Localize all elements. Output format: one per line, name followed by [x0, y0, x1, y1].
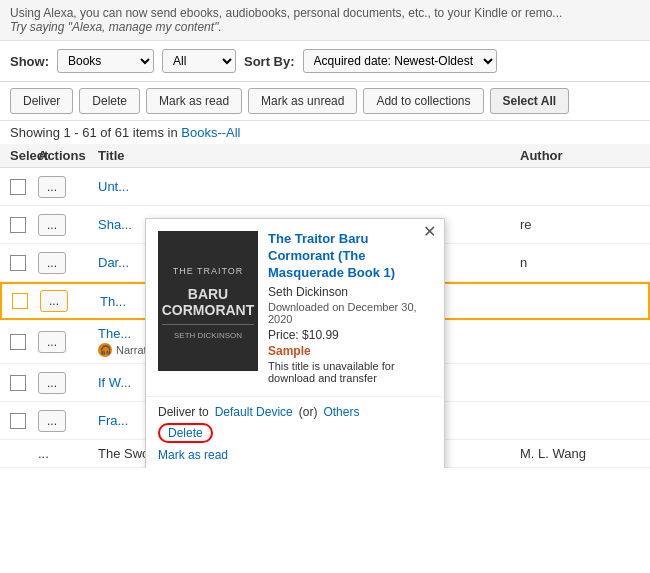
type-select[interactable]: Books Audiobooks Docs [57, 49, 154, 73]
cover-subtitle: CORMORANT [162, 302, 255, 318]
actions-button[interactable]: ... [38, 446, 98, 461]
alexa-suggestion: Try saying "Alexa, manage my content". [10, 20, 222, 34]
cover-main-title: BARU [162, 286, 255, 302]
popup-sample: Sample [268, 344, 432, 358]
book-cover: THE TRAITOR BARU CORMORANT SETH DICKINSO… [158, 231, 258, 371]
header-author: Author [520, 148, 640, 163]
header-title: Title [98, 148, 520, 163]
author-cell: n [520, 255, 640, 270]
select-all-button[interactable]: Select All [490, 88, 570, 114]
filter-row: Show: Books Audiobooks Docs All Unread R… [0, 41, 650, 82]
popup-content: THE TRAITOR BARU CORMORANT SETH DICKINSO… [146, 219, 444, 396]
others-link[interactable]: Others [323, 405, 359, 419]
top-bar: Using Alexa, you can now send ebooks, au… [0, 0, 650, 41]
sort-label: Sort By: [244, 54, 295, 69]
delete-button[interactable]: Delete [79, 88, 140, 114]
table-row: ... Unt... [0, 168, 650, 206]
actions-button[interactable]: ... [38, 372, 66, 394]
row-checkbox[interactable] [10, 179, 26, 195]
show-label: Show: [10, 54, 49, 69]
header-actions: Actions [38, 148, 98, 163]
popup-unavailable: This title is unavailable for download a… [268, 360, 432, 384]
row-checkbox[interactable] [10, 217, 26, 233]
sort-select[interactable]: Acquired date: Newest-Oldest Acquired da… [303, 49, 497, 73]
header-select: Select [10, 148, 38, 163]
delete-link[interactable]: Delete [158, 423, 213, 443]
filter-select[interactable]: All Unread Read [162, 49, 236, 73]
actions-button[interactable]: ... [40, 290, 68, 312]
deliver-label: Deliver to [158, 405, 209, 419]
cover-top-text: THE TRAITOR [162, 262, 255, 282]
action-bar: Deliver Delete Mark as read Mark as unre… [0, 82, 650, 121]
or-text: (or) [299, 405, 318, 419]
row-checkbox[interactable] [10, 334, 26, 350]
price-label: Price: [268, 328, 299, 342]
actions-button[interactable]: ... [38, 176, 66, 198]
default-device-link[interactable]: Default Device [215, 405, 293, 419]
clear-furthest-link[interactable]: Clear furthest page read [158, 466, 432, 468]
table-header: Select Actions Title Author [0, 144, 650, 168]
popup-book-title[interactable]: The Traitor Baru Cormorant (The Masquera… [268, 231, 432, 282]
deliver-row: Deliver to Default Device (or) Others [158, 405, 432, 419]
books-all-link[interactable]: Books--All [181, 125, 240, 140]
cover-author: SETH DICKINSON [162, 331, 255, 340]
price-value: $10.99 [302, 328, 339, 342]
mark-read-link[interactable]: Mark as read [158, 445, 432, 467]
popup-actions: Deliver to Default Device (or) Others De… [146, 396, 444, 468]
showing-text: Showing 1 - 61 of 61 items in [10, 125, 181, 140]
actions-button[interactable]: ... [38, 214, 66, 236]
popup-download-date: Downloaded on December 30, 2020 [268, 301, 432, 325]
row-checkbox[interactable] [10, 375, 26, 391]
row-checkbox[interactable] [10, 255, 26, 271]
author-cell: M. L. Wang [520, 446, 640, 461]
showing-row: Showing 1 - 61 of 61 items in Books--All [0, 121, 650, 144]
add-collections-button[interactable]: Add to collections [363, 88, 483, 114]
headphone-icon: 🎧 [98, 343, 112, 357]
mark-unread-button[interactable]: Mark as unread [248, 88, 357, 114]
deliver-button[interactable]: Deliver [10, 88, 73, 114]
popup-details: The Traitor Baru Cormorant (The Masquera… [268, 231, 432, 384]
actions-button[interactable]: ... [38, 252, 66, 274]
popup-book-author: Seth Dickinson [268, 285, 432, 299]
actions-button[interactable]: ... [38, 331, 66, 353]
popup-price: Price: $10.99 [268, 328, 432, 342]
author-cell: re [520, 217, 640, 232]
actions-button[interactable]: ... [38, 410, 66, 432]
row-checkbox[interactable] [12, 293, 28, 309]
title-cell[interactable]: Unt... [98, 179, 520, 194]
alexa-message: Using Alexa, you can now send ebooks, au… [10, 6, 562, 20]
mark-read-button[interactable]: Mark as read [146, 88, 242, 114]
book-popup: ✕ THE TRAITOR BARU CORMORANT SETH DICKIN… [145, 218, 445, 468]
close-icon[interactable]: ✕ [423, 224, 436, 240]
table-body: ... Unt... ... Sha... re ... Dar... n ..… [0, 168, 650, 468]
row-checkbox[interactable] [10, 413, 26, 429]
